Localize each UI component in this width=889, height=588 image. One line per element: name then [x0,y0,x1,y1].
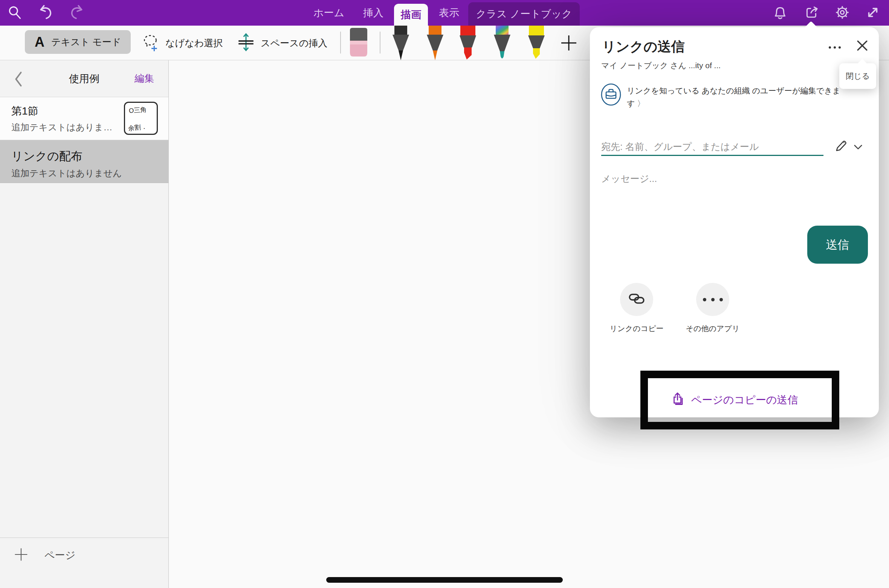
copy-link-circle [620,283,653,316]
text-mode-label: テキスト モード [51,36,121,48]
page-list-item[interactable]: 第1節 追加テキストはありま… O三角 余割． [0,97,168,140]
copy-link-button[interactable]: リンクのコピー [606,283,667,334]
send-page-copy-button[interactable]: ページのコピーの送信 [590,389,879,411]
expand-icon[interactable] [863,3,882,22]
tab-insert-label: 挿入 [363,6,383,20]
insert-space-icon [237,33,255,53]
lasso-select-button[interactable]: なげなわ選択 [141,26,223,60]
toolbar-divider [380,32,380,53]
tab-class-notebook[interactable]: クラス ノートブック [468,2,580,26]
text-mode-button[interactable]: A テキスト モード [25,30,131,54]
toolbar-divider [340,32,341,53]
permission-text: リンクを知っている あなたの組織 のユーザーが編集できます 〉 [627,83,847,110]
tab-draw-label: 描画 [401,8,421,21]
more-apps-circle [696,283,729,316]
tab-class-notebook-label: クラス ノートブック [476,7,572,21]
page-subtitle: 追加テキストはありません [11,167,122,179]
link-chain-icon [628,290,645,309]
text-mode-a-icon: A [35,34,44,50]
page-subtitle: 追加テキストはありま… [11,121,113,133]
dialog-title: リンクの送信 [602,38,684,56]
send-button[interactable]: 送信 [807,226,868,264]
insert-space-button[interactable]: スペースの挿入 [237,26,327,60]
chevron-down-icon[interactable] [852,141,864,153]
notebook-subtitle: マイ ノートブック さん ...ity of ... [601,60,721,71]
plus-icon [14,548,28,563]
tab-view[interactable]: 表示 [438,0,460,26]
tab-home[interactable]: ホーム [308,0,350,26]
lasso-icon [141,33,160,53]
more-options-icon[interactable] [825,41,845,54]
thumbnail-handwriting-line1: O三角 [128,105,147,115]
add-page-label: ページ [44,548,75,562]
send-page-copy-label: ページのコピーの送信 [691,393,798,407]
page-thumbnail: O三角 余割． [124,102,158,135]
orange-pen-tool[interactable] [425,26,445,63]
lasso-label: なげなわ選択 [165,37,223,49]
add-page-button[interactable]: ページ [0,538,168,588]
recipient-input[interactable] [601,139,823,156]
organization-briefcase-icon [600,83,622,110]
pencil-edit-icon[interactable] [833,139,848,154]
insert-space-label: スペースの挿入 [261,37,327,49]
eraser-tool[interactable] [349,27,368,59]
tooltip-label: 閉じる [846,71,870,81]
close-tooltip: 閉じる [839,63,876,89]
search-icon[interactable] [5,3,24,22]
send-link-dialog: リンクの送信 マイ ノートブック さん ...ity of ... リンクを知っ… [590,27,879,417]
undo-icon[interactable] [37,3,55,22]
page-list-sidebar: 使用例 編集 第1節 追加テキストはありま… O三角 余割． リンクの配布 追加… [0,60,169,588]
page-title: リンクの配布 [11,148,82,164]
link-permission-row[interactable]: リンクを知っている あなたの組織 のユーザーが編集できます 〉 [600,83,868,110]
share-page-icon [671,392,686,408]
tab-view-label: 表示 [439,6,459,20]
more-apps-button[interactable]: その他のアプリ [683,283,743,334]
ellipsis-icon [703,298,723,301]
share-icon[interactable] [802,3,821,22]
black-pen-tool[interactable] [391,26,411,63]
sidebar-header: 使用例 編集 [0,60,168,97]
copy-link-label: リンクのコピー [606,324,667,334]
settings-gear-icon[interactable] [833,3,852,22]
back-chevron-icon[interactable] [13,71,24,87]
tab-home-label: ホーム [313,6,344,20]
page-title: 第1節 [11,104,38,118]
yellow-highlighter-tool[interactable] [526,26,547,63]
red-highlighter-tool[interactable] [458,26,478,63]
redo-icon[interactable] [67,3,86,22]
message-input[interactable] [601,170,805,187]
chevron-right-icon: 〉 [637,99,645,108]
page-list-item-selected[interactable]: リンクの配布 追加テキストはありません [0,140,168,183]
edit-button[interactable]: 編集 [134,72,154,85]
close-icon[interactable] [854,38,870,53]
more-apps-label: その他のアプリ [683,324,743,334]
thumbnail-handwriting-line2: 余割． [128,122,148,133]
add-pen-plus-icon[interactable] [558,26,579,60]
rainbow-pen-tool[interactable] [492,26,512,63]
tab-insert[interactable]: 挿入 [362,0,385,26]
app-top-bar: ホーム 挿入 描画 表示 クラス ノートブック [0,0,889,26]
home-indicator[interactable] [326,577,563,583]
tab-draw-active[interactable]: 描画 [394,4,428,26]
notifications-bell-icon[interactable] [771,3,790,22]
